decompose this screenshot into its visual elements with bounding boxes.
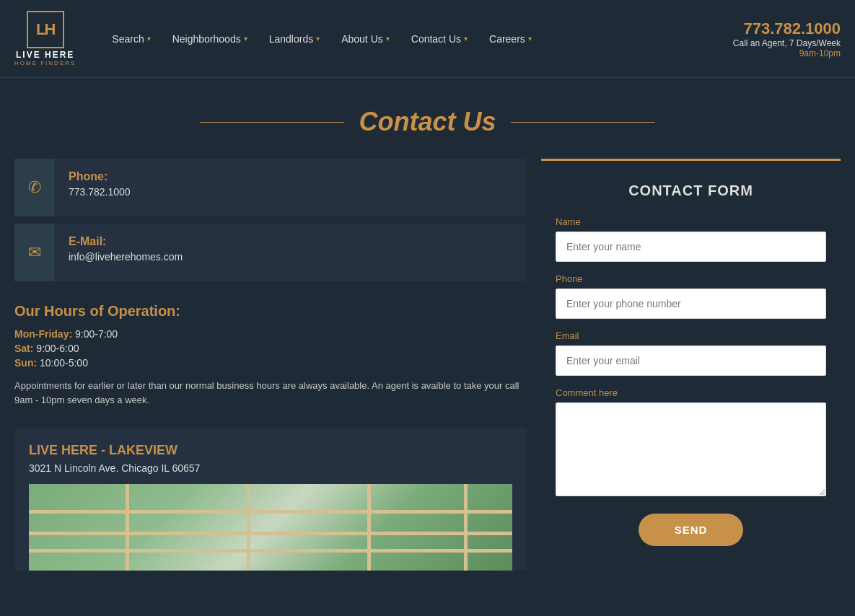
nav-search[interactable]: Search ▾	[105, 27, 157, 50]
contact-form-container: CONTACT FORM Name Phone Email Comment he…	[541, 159, 841, 568]
site-header: LH LIVE HERE HOME FINDERS Search ▾ Neigh…	[0, 0, 855, 78]
phone-value: 773.782.1000	[69, 186, 131, 198]
hours-section: Our Hours of Operation: Mon-Friday: 9:00…	[14, 289, 527, 414]
page-title: Contact Us	[359, 107, 496, 137]
hours-mon-fri-day: Mon-Friday:	[14, 328, 72, 340]
phone-field-group: Phone	[556, 273, 826, 319]
right-column: CONTACT FORM Name Phone Email Comment he…	[541, 159, 841, 571]
location-address: 3021 N Lincoln Ave. Chicago IL 60657	[29, 462, 512, 474]
logo-title: LIVE HERE	[16, 50, 74, 60]
hours-sat: Sat: 9:00-6:00	[14, 343, 527, 354]
email-label: Email	[556, 330, 826, 341]
nav-careers[interactable]: Careers ▾	[482, 27, 539, 50]
chevron-down-icon: ▾	[464, 35, 468, 43]
phone-label: Phone:	[69, 170, 131, 183]
title-line-right	[511, 122, 655, 123]
nav-about[interactable]: About Us ▾	[334, 27, 397, 50]
name-field-group: Name	[556, 216, 826, 262]
hours-sat-time: 9:00-6:00	[36, 343, 79, 354]
hours-sun-time: 10:00-5:00	[40, 357, 88, 369]
send-button[interactable]: SEND	[639, 514, 744, 546]
phone-card-body: Phone: 773.782.1000	[54, 159, 145, 216]
email-icon: ✉	[14, 224, 54, 281]
email-card: ✉ E-Mail: info@liveherehomes.com	[14, 224, 527, 281]
header-call-label: Call an Agent, 7 Days/Week	[696, 38, 841, 48]
comment-label: Comment here	[556, 387, 826, 398]
chevron-down-icon: ▾	[316, 35, 320, 43]
page-title-section: Contact Us	[0, 78, 855, 159]
email-field-group: Email	[556, 330, 826, 376]
hours-note: Appointments for earlier or later than o…	[14, 379, 527, 407]
phone-card: ✆ Phone: 773.782.1000	[14, 159, 527, 216]
email-label: E-Mail:	[69, 235, 183, 248]
email-card-body: E-Mail: info@liveherehomes.com	[54, 224, 197, 281]
logo[interactable]: LH LIVE HERE HOME FINDERS	[14, 11, 76, 66]
hours-sun-day: Sun:	[14, 357, 37, 369]
hours-mon-fri: Mon-Friday: 9:00-7:00	[14, 328, 527, 340]
main-nav: Search ▾ Neighborhoods ▾ Landlords ▾ Abo…	[105, 27, 696, 50]
name-input[interactable]	[556, 232, 826, 262]
left-column: ✆ Phone: 773.782.1000 ✉ E-Mail: info@liv…	[14, 159, 527, 571]
map-visual	[29, 484, 512, 571]
nav-landlords[interactable]: Landlords ▾	[262, 27, 328, 50]
phone-label: Phone	[556, 273, 826, 284]
email-value: info@liveherehomes.com	[69, 251, 183, 263]
email-input[interactable]	[556, 346, 826, 376]
logo-subtitle: HOME FINDERS	[14, 60, 76, 66]
location-card: LIVE HERE - LAKEVIEW 3021 N Lincoln Ave.…	[14, 428, 527, 571]
form-title: CONTACT FORM	[556, 182, 826, 199]
header-phone[interactable]: 773.782.1000	[696, 19, 841, 38]
phone-icon: ✆	[14, 159, 54, 216]
map-placeholder	[29, 484, 512, 571]
title-line-left	[200, 122, 344, 123]
hours-sun: Sun: 10:00-5:00	[14, 357, 527, 369]
hours-sat-day: Sat:	[14, 343, 33, 354]
main-content: ✆ Phone: 773.782.1000 ✉ E-Mail: info@liv…	[0, 159, 855, 599]
chevron-down-icon: ▾	[147, 35, 151, 43]
comment-textarea[interactable]	[556, 402, 826, 496]
hours-mon-fri-time: 9:00-7:00	[75, 328, 118, 340]
logo-icon: LH	[27, 11, 64, 48]
comment-field-group: Comment here	[556, 387, 826, 499]
phone-input[interactable]	[556, 289, 826, 319]
nav-neighborhoods[interactable]: Neighborhoods ▾	[165, 27, 255, 50]
nav-contact[interactable]: Contact Us ▾	[404, 27, 475, 50]
header-contact-info: 773.782.1000 Call an Agent, 7 Days/Week …	[696, 19, 841, 58]
chevron-down-icon: ▾	[528, 35, 532, 43]
header-hours: 9am-10pm	[696, 48, 841, 58]
chevron-down-icon: ▾	[244, 35, 247, 43]
chevron-down-icon: ▾	[386, 35, 390, 43]
name-label: Name	[556, 216, 826, 227]
hours-title: Our Hours of Operation:	[14, 303, 527, 320]
location-name: LIVE HERE - LAKEVIEW	[29, 443, 512, 458]
